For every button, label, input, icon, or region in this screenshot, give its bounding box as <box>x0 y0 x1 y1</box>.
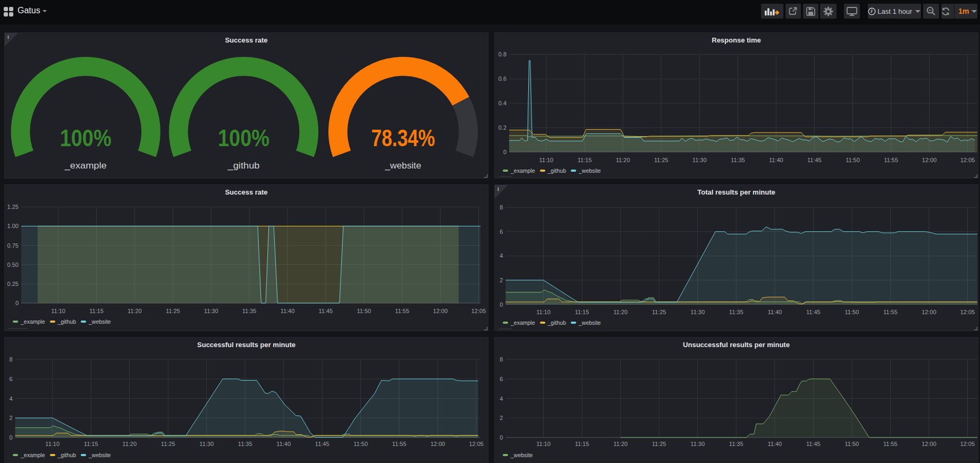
svg-text:2: 2 <box>500 277 503 283</box>
svg-text:11:35: 11:35 <box>238 441 252 447</box>
svg-text:11:40: 11:40 <box>769 157 783 163</box>
svg-text:12:00: 12:00 <box>922 441 936 447</box>
svg-text:_github: _github <box>227 161 259 171</box>
svg-text:11:35: 11:35 <box>729 441 744 447</box>
svg-text:0.6: 0.6 <box>499 75 506 82</box>
svg-text:78.34%: 78.34% <box>371 124 435 151</box>
svg-text:6: 6 <box>9 376 12 382</box>
svg-text:11:20: 11:20 <box>613 441 628 447</box>
svg-text:11:25: 11:25 <box>652 309 666 315</box>
svg-text:0: 0 <box>15 300 19 306</box>
svg-text:11:40: 11:40 <box>767 309 782 315</box>
svg-text:11:30: 11:30 <box>690 309 705 315</box>
svg-text:0.75: 0.75 <box>7 242 19 249</box>
svg-text:11:25: 11:25 <box>654 157 669 163</box>
svg-text:11:50: 11:50 <box>846 157 860 163</box>
svg-text:11:25: 11:25 <box>161 441 175 447</box>
svg-text:11:45: 11:45 <box>806 309 821 315</box>
svg-text:6: 6 <box>500 229 503 235</box>
svg-text:11:40: 11:40 <box>276 441 291 447</box>
svg-text:8: 8 <box>9 356 12 363</box>
svg-text:4: 4 <box>500 252 503 259</box>
svg-text:11:40: 11:40 <box>767 441 782 447</box>
svg-text:11:45: 11:45 <box>806 441 821 447</box>
svg-text:12:05: 12:05 <box>960 441 975 447</box>
svg-text:_website: _website <box>384 161 421 171</box>
svg-text:11:15: 11:15 <box>575 309 589 315</box>
svg-text:11:35: 11:35 <box>731 157 745 163</box>
svg-text:12:00: 12:00 <box>922 309 936 315</box>
svg-text:12:05: 12:05 <box>960 157 975 163</box>
svg-text:11:15: 11:15 <box>89 308 104 314</box>
svg-text:11:55: 11:55 <box>395 308 409 314</box>
svg-text:0.25: 0.25 <box>7 281 19 287</box>
svg-text:11:20: 11:20 <box>128 308 142 314</box>
svg-text:11:30: 11:30 <box>204 308 218 314</box>
svg-text:12:05: 12:05 <box>469 441 484 447</box>
svg-text:_example: _example <box>64 161 107 171</box>
svg-text:11:55: 11:55 <box>392 441 407 447</box>
svg-text:1.00: 1.00 <box>7 223 19 229</box>
svg-text:12:05: 12:05 <box>960 309 975 315</box>
svg-text:11:25: 11:25 <box>652 441 666 447</box>
svg-text:11:45: 11:45 <box>315 441 330 447</box>
svg-text:11:10: 11:10 <box>51 308 65 314</box>
svg-text:11:50: 11:50 <box>845 309 859 315</box>
svg-text:11:10: 11:10 <box>539 157 554 163</box>
svg-text:0: 0 <box>500 301 503 308</box>
svg-text:11:10: 11:10 <box>45 441 60 447</box>
svg-text:11:20: 11:20 <box>613 309 628 315</box>
svg-text:11:30: 11:30 <box>199 441 214 447</box>
svg-text:11:50: 11:50 <box>845 441 859 447</box>
svg-text:8: 8 <box>500 356 503 363</box>
svg-text:0: 0 <box>9 434 12 441</box>
svg-text:8: 8 <box>500 204 503 211</box>
svg-text:0.4: 0.4 <box>499 100 506 106</box>
svg-text:12:05: 12:05 <box>471 308 486 314</box>
svg-text:6: 6 <box>500 376 503 382</box>
svg-text:2: 2 <box>9 415 12 421</box>
svg-text:100%: 100% <box>218 124 269 151</box>
svg-text:11:55: 11:55 <box>883 309 898 315</box>
svg-text:12:00: 12:00 <box>922 157 937 163</box>
svg-text:12:00: 12:00 <box>433 308 448 314</box>
svg-text:11:25: 11:25 <box>166 308 180 314</box>
svg-text:12:00: 12:00 <box>430 441 445 447</box>
svg-text:11:20: 11:20 <box>616 157 630 163</box>
svg-text:0: 0 <box>503 149 506 155</box>
svg-text:2: 2 <box>500 415 503 421</box>
svg-text:11:55: 11:55 <box>884 157 898 163</box>
svg-text:11:50: 11:50 <box>357 308 371 314</box>
svg-text:11:10: 11:10 <box>536 441 551 447</box>
svg-text:4: 4 <box>9 395 12 402</box>
svg-text:0: 0 <box>500 434 503 441</box>
svg-text:11:20: 11:20 <box>122 441 137 447</box>
svg-text:11:15: 11:15 <box>578 157 592 163</box>
svg-text:0.8: 0.8 <box>499 51 506 57</box>
svg-text:11:40: 11:40 <box>281 308 295 314</box>
svg-text:11:15: 11:15 <box>84 441 98 447</box>
svg-text:11:45: 11:45 <box>807 157 822 163</box>
svg-text:11:30: 11:30 <box>692 157 707 163</box>
svg-text:0.50: 0.50 <box>7 262 19 268</box>
svg-text:4: 4 <box>500 395 503 402</box>
svg-text:11:50: 11:50 <box>353 441 368 447</box>
svg-text:11:10: 11:10 <box>536 309 551 315</box>
svg-text:11:45: 11:45 <box>319 308 333 314</box>
svg-text:11:35: 11:35 <box>242 308 257 314</box>
svg-text:100%: 100% <box>60 124 112 151</box>
svg-text:11:15: 11:15 <box>575 441 589 447</box>
svg-text:11:30: 11:30 <box>690 441 705 447</box>
svg-text:0.2: 0.2 <box>499 124 506 131</box>
svg-text:11:55: 11:55 <box>883 441 898 447</box>
svg-text:1.25: 1.25 <box>7 204 19 210</box>
svg-text:11:35: 11:35 <box>729 309 744 315</box>
